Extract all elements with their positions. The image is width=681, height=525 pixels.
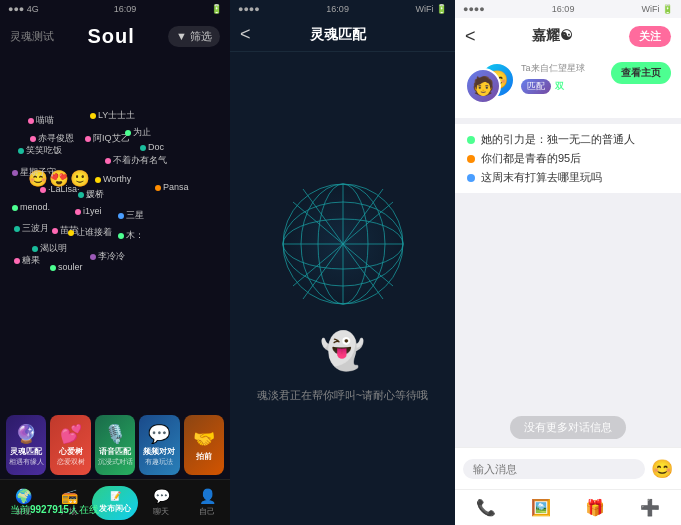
map-node: 喵喵 (28, 114, 54, 127)
online-number: 9927915 (30, 504, 69, 515)
nav-item-4[interactable]: 👤自己 (184, 488, 230, 517)
bottom-nav: 🌍发现📻广场📝发布闲心💬聊天👤自己 (0, 479, 230, 525)
card-sub: 恋爱双树 (57, 457, 85, 467)
follow-button[interactable]: 关注 (629, 26, 671, 47)
map-node: Doc (140, 142, 164, 152)
bottom-card[interactable]: 💕心爱树恋爱双树 (50, 415, 90, 475)
chat-area: 没有更多对话信息 (455, 193, 681, 447)
right-title: 嘉耀☯ (532, 27, 573, 45)
mid-status-right: WiFi 🔋 (416, 4, 448, 14)
map-node: 三星 (118, 209, 144, 222)
online-prefix: 当前 (10, 504, 30, 515)
chat-input-area[interactable]: 😊 (455, 447, 681, 489)
bottom-card[interactable]: 💬频频对对有趣玩法 (139, 415, 179, 475)
bottom-card[interactable]: 🎙️语音匹配沉浸式对话 (95, 415, 135, 475)
profile-card: 😊 🧑 Ta来自仁望星球 匹配 双 查看主页 (455, 54, 681, 124)
left-status-right: 🔋 (211, 4, 222, 14)
nav-icon: 💬 (153, 488, 170, 504)
profile-avatars: 😊 🧑 (465, 62, 513, 110)
map-node: LY士士土 (90, 109, 135, 122)
map-node: 李冷冷 (90, 250, 125, 263)
map-node: 木： (118, 229, 144, 242)
online-suffix: 人在线 (69, 504, 99, 515)
map-node: ·LaLisa· (40, 184, 80, 194)
card-label: 心爱树 (59, 447, 83, 457)
soul-globe-container: 👻 魂淡君正在帮你呼叫~请耐心等待哦 (230, 52, 455, 525)
mid-status-time: 16:09 (326, 4, 349, 14)
bottom-card[interactable]: 🔮灵魂匹配相遇有缘人 (6, 415, 46, 475)
publish-icon: 📝 (110, 491, 121, 501)
mid-status-bar: ●●●● 16:09 WiFi 🔋 (230, 0, 455, 18)
tag-text: 她的引力是：独一无二的普通人 (481, 132, 635, 147)
nav-item-3[interactable]: 💬聊天 (138, 488, 184, 517)
middle-panel: ●●●● 16:09 WiFi 🔋 < 灵魂匹配 (230, 0, 455, 525)
map-node: Worthy (95, 174, 131, 184)
emoji-icon[interactable]: 😊 (651, 458, 673, 480)
card-label: 灵魂匹配 (10, 447, 42, 457)
left-status-left: ●●● 4G (8, 4, 39, 14)
map-node: 星期子守 (12, 166, 56, 179)
badge-count: 双 (555, 80, 564, 93)
bottom-cards: 🔮灵魂匹配相遇有缘人💕心爱树恋爱双树🎙️语音匹配沉浸式对话💬频频对对有趣玩法🤝拍… (0, 411, 230, 479)
badge-matching: 匹配 (521, 79, 551, 94)
card-sub: 沉浸式对话 (98, 457, 133, 467)
profile-name-row: Ta来自仁望星球 (521, 62, 603, 75)
profile-tag: 你们都是青春的95后 (467, 151, 669, 166)
right-panel: ●●●● 16:09 WiFi 🔋 < 嘉耀☯ 关注 😊 🧑 Ta来自仁望星球 … (455, 0, 681, 525)
mid-back-button[interactable]: < (240, 24, 251, 45)
mid-header: < 灵魂匹配 (230, 18, 455, 52)
map-node: 三波月 (14, 222, 49, 235)
map-node: 糖果 (14, 254, 40, 267)
chat-action-1[interactable]: 🖼️ (527, 496, 555, 519)
ghost-icon: 👻 (320, 330, 365, 372)
chat-action-0[interactable]: 📞 (472, 496, 500, 519)
chat-action-2[interactable]: 🎁 (581, 496, 609, 519)
right-back-button[interactable]: < (465, 26, 476, 47)
map-node: souler (50, 262, 83, 272)
profile-tag: 这周末有打算去哪里玩吗 (467, 170, 669, 185)
nav-icon: 📻 (61, 488, 78, 504)
card-label: 拍前 (196, 452, 212, 462)
map-node: 阿IQ艾乙 (85, 132, 130, 145)
right-status-right: WiFi 🔋 (642, 4, 674, 14)
card-icon: 🎙️ (104, 423, 126, 445)
soul-globe (273, 174, 413, 314)
right-status-left: ●●●● (463, 4, 485, 14)
card-label: 语音匹配 (99, 447, 131, 457)
filter-button[interactable]: ▼ 筛选 (168, 26, 220, 47)
map-node: 媛桥 (78, 188, 104, 201)
map-node: menod. (12, 202, 50, 212)
map-node: 为止 (125, 126, 151, 139)
no-more-msg: 没有更多对话信息 (510, 416, 626, 439)
card-sub: 相遇有缘人 (9, 457, 44, 467)
card-icon: 💬 (148, 423, 170, 445)
tag-dot (467, 136, 475, 144)
map-node: i1yei (75, 206, 102, 216)
filter-icon: ▼ (176, 30, 187, 42)
card-icon: 🤝 (193, 428, 215, 450)
tag-text: 这周末有打算去哪里玩吗 (481, 170, 602, 185)
map-node: 不着办有名气 (105, 154, 167, 167)
map-node: 让谁接着 (68, 226, 112, 239)
nav-icon: 🌍 (15, 488, 32, 504)
chat-input[interactable] (463, 459, 645, 479)
card-label: 频频对对 (143, 447, 175, 457)
avatar-left: 🧑 (465, 68, 501, 104)
profile-subtitle: Ta来自仁望星球 (521, 62, 585, 75)
view-main-button[interactable]: 查看主页 (611, 62, 671, 84)
chat-actions: 📞🖼️🎁➕ (455, 489, 681, 525)
left-status-bar: ●●● 4G 16:09 🔋 (0, 0, 230, 18)
card-icon: 🔮 (15, 423, 37, 445)
soul-map: 😊😍🙂 LY士士土喵喵赤寻俊恩笑笑吃饭阿IQ艾乙为止Doc不着办有名气星期子守W… (0, 54, 230, 411)
profile-tag: 她的引力是：独一无二的普通人 (467, 132, 669, 147)
bottom-card[interactable]: 🤝拍前 (184, 415, 224, 475)
right-status-bar: ●●●● 16:09 WiFi 🔋 (455, 0, 681, 18)
nav-label: 自己 (199, 506, 215, 517)
tag-text: 你们都是青春的95后 (481, 151, 581, 166)
card-sub: 有趣玩法 (145, 457, 173, 467)
chat-action-3[interactable]: ➕ (636, 496, 664, 519)
nav-icon: 👤 (199, 488, 216, 504)
card-icon: 💕 (60, 423, 82, 445)
mid-title: 灵魂匹配 (310, 26, 366, 44)
publish-label: 发布闲心 (99, 503, 131, 514)
